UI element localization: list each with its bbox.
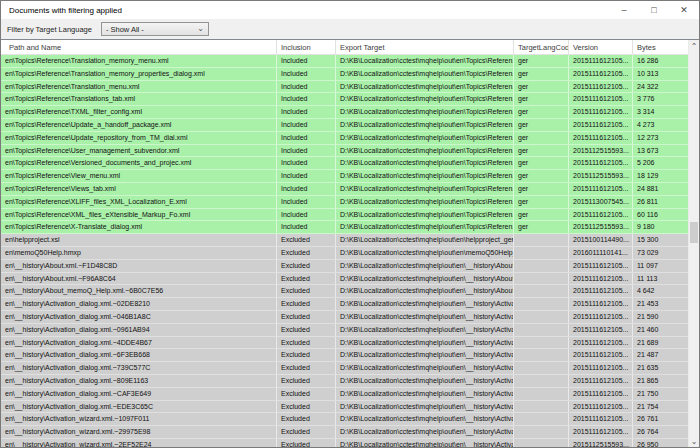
table-row[interactable]: en\__history\Activation_dialog.xml.~739C…: [1, 362, 688, 375]
cell-export-target: D:\KB\Localization\cctest\mqhelp\out\en\…: [336, 93, 514, 105]
cell-export-target: D:\KB\Localization\cctest\mqhelp\out\en\…: [336, 170, 514, 182]
table-row[interactable]: en\__history\Activation_dialog.xml.~046B…: [1, 311, 688, 324]
table-row[interactable]: en\memoQ50Help.hmxp Excluded D:\KB\Local…: [1, 247, 688, 260]
column-header-target-lang-codes[interactable]: TargetLangCodes: [514, 40, 569, 55]
cell-target-lang-codes: [514, 273, 569, 285]
table-row[interactable]: en\Topics\Reference\TXML_filter_config.x…: [1, 106, 688, 119]
cell-target-lang-codes: ger: [514, 55, 569, 67]
cell-export-target: D:\KB\Localization\cctest\mqhelp\out\en\…: [336, 183, 514, 195]
table-row[interactable]: en\Topics\Reference\View_menu.xml Includ…: [1, 170, 688, 183]
table-row[interactable]: en\Topics\Reference\User_management_subv…: [1, 145, 688, 158]
cell-version: 2015112515593...: [569, 439, 633, 447]
cell-target-lang-codes: [514, 324, 569, 336]
table-row[interactable]: en\Topics\Reference\Translation_memory_p…: [1, 68, 688, 81]
table-row[interactable]: en\__history\Activation_dialog.xml.~0961…: [1, 324, 688, 337]
cell-inclusion: Excluded: [277, 426, 336, 438]
cell-version: 2015111612105...: [569, 106, 633, 118]
cell-path-and-name: en\Topics\Reference\Translations_tab.xml: [1, 93, 277, 105]
table-row[interactable]: en\__history\Activation_dialog.xml.~6F3E…: [1, 349, 688, 362]
cell-inclusion: Excluded: [277, 324, 336, 336]
maximize-icon: □: [651, 5, 656, 15]
table-row[interactable]: en\__history\Activation_dialog.xml.~CAF3…: [1, 388, 688, 401]
scrollbar-thumb[interactable]: [690, 222, 698, 243]
table-row[interactable]: en\__history\Activation_dialog.xml.~02DE…: [1, 298, 688, 311]
maximize-button[interactable]: □: [639, 1, 669, 19]
table-row[interactable]: en\__history\About.xml.~F96A8C64 Exclude…: [1, 273, 688, 286]
table-row[interactable]: en\__history\Activation_dialog.xml.~809E…: [1, 375, 688, 388]
table-row[interactable]: en\Topics\Reference\Translations_tab.xml…: [1, 93, 688, 106]
cell-path-and-name: en\memoQ50Help.hmxp: [1, 247, 277, 259]
cell-path-and-name: en\Topics\Reference\Translation_memory_m…: [1, 55, 277, 67]
cell-target-lang-codes: ger: [514, 81, 569, 93]
cell-path-and-name: en\__history\About_memoQ_Help.xml.~6B0C7…: [1, 285, 277, 297]
cell-bytes: 18 129: [633, 170, 688, 182]
cell-inclusion: Included: [277, 183, 336, 195]
table-row[interactable]: en\Topics\Reference\Views_tab.xml Includ…: [1, 183, 688, 196]
column-header-version[interactable]: Version: [569, 40, 633, 55]
cell-export-target: D:\KB\Localization\cctest\mqhelp\out\en\…: [336, 260, 514, 272]
title-bar: Documents with filtering applied – □ ✕: [1, 1, 699, 19]
cell-version: 2015111612105...: [569, 298, 633, 310]
cell-path-and-name: en\__history\Activation_wizard.xml.~2997…: [1, 426, 277, 438]
cell-path-and-name: en\__history\Activation_dialog.xml.~046B…: [1, 311, 277, 323]
caption-buttons: – □ ✕: [609, 1, 699, 19]
cell-target-lang-codes: [514, 362, 569, 374]
minimize-button[interactable]: –: [609, 1, 639, 19]
vertical-scrollbar[interactable]: ⌃ ⌄: [688, 40, 699, 447]
table-row[interactable]: en\Topics\Reference\X-Translate_dialog.x…: [1, 221, 688, 234]
table-row[interactable]: en\__history\Activation_wizard.xml.~1097…: [1, 413, 688, 426]
scroll-up-icon: ⌃: [691, 42, 698, 51]
table-row[interactable]: en\__history\About.xml.~F1D48C8D Exclude…: [1, 260, 688, 273]
table-row[interactable]: en\Topics\Reference\Translation_menu.xml…: [1, 81, 688, 94]
cell-export-target: D:\KB\Localization\cctest\mqhelp\out\en\…: [336, 362, 514, 374]
cell-export-target: D:\KB\Localization\cctest\mqhelp\out\en\…: [336, 273, 514, 285]
table-row[interactable]: en\Topics\Reference\XLIFF_files_XML_Loca…: [1, 196, 688, 209]
cell-export-target: D:\KB\Localization\cctest\mqhelp\out\en\…: [336, 337, 514, 349]
cell-path-and-name: en\__history\Activation_dialog.xml.~02DE…: [1, 298, 277, 310]
column-header-path-and-name[interactable]: Path and Name: [1, 40, 277, 55]
close-button[interactable]: ✕: [669, 1, 699, 19]
table-row[interactable]: en\Topics\Reference\Versioned_documents_…: [1, 157, 688, 170]
table-row[interactable]: en\helpproject.xsl Excluded D:\KB\Locali…: [1, 234, 688, 247]
cell-version: 2015111612105...: [569, 426, 633, 438]
scroll-down-icon: ⌄: [691, 437, 698, 446]
cell-export-target: D:\KB\Localization\cctest\mqhelp\out\en\…: [336, 439, 514, 447]
cell-target-lang-codes: [514, 401, 569, 413]
filter-label: Filter by Target Language: [7, 25, 92, 34]
cell-inclusion: Excluded: [277, 401, 336, 413]
cell-version: 2015111612105...: [569, 93, 633, 105]
table-row[interactable]: en\__history\About_memoQ_Help.xml.~6B0C7…: [1, 285, 688, 298]
scrollbar-up-button[interactable]: ⌃: [689, 40, 699, 52]
table-row[interactable]: en\__history\Activation_wizard.xml.~2EF5…: [1, 439, 688, 447]
cell-bytes: 13 673: [633, 145, 688, 157]
cell-version: 2015111612105...: [569, 183, 633, 195]
table-row[interactable]: en\Topics\Reference\Translation_memory_m…: [1, 55, 688, 68]
cell-bytes: 24 322: [633, 81, 688, 93]
cell-export-target: D:\KB\Localization\cctest\mqhelp\out\en\…: [336, 209, 514, 221]
cell-inclusion: Included: [277, 170, 336, 182]
cell-export-target: D:\KB\Localization\cctest\mqhelp\out\en\…: [336, 132, 514, 144]
cell-export-target: D:\KB\Localization\cctest\mqhelp\out\en\…: [336, 55, 514, 67]
table-row[interactable]: en\Topics\Reference\Update_repository_fr…: [1, 132, 688, 145]
scrollbar-down-button[interactable]: ⌄: [689, 435, 699, 447]
column-header-bytes[interactable]: Bytes: [633, 40, 690, 55]
cell-inclusion: Excluded: [277, 311, 336, 323]
cell-target-lang-codes: ger: [514, 93, 569, 105]
column-header-export-target[interactable]: Export Target: [336, 40, 514, 55]
table-header: Path and Name Inclusion Export Target Ta…: [1, 40, 699, 55]
table-row[interactable]: en\Topics\Reference\Update_a_handoff_pac…: [1, 119, 688, 132]
column-header-inclusion[interactable]: Inclusion: [277, 40, 336, 55]
cell-path-and-name: en\__history\Activation_dialog.xml.~EDE3…: [1, 401, 277, 413]
table-row[interactable]: en\Topics\Reference\XML_files_eXtensible…: [1, 209, 688, 222]
language-filter-select[interactable]: - Show All - ⌄: [101, 22, 209, 36]
cell-export-target: D:\KB\Localization\cctest\mqhelp\out\en\…: [336, 401, 514, 413]
cell-version: 2015111612105...: [569, 273, 633, 285]
cell-bytes: 21 750: [633, 388, 688, 400]
table-row[interactable]: en\__history\Activation_wizard.xml.~2997…: [1, 426, 688, 439]
cell-export-target: D:\KB\Localization\cctest\mqhelp\out\en\…: [336, 196, 514, 208]
table-row[interactable]: en\__history\Activation_dialog.xml.~4DDE…: [1, 337, 688, 350]
cell-bytes: 21 865: [633, 375, 688, 387]
cell-version: 2015111612105...: [569, 81, 633, 93]
cell-version: 2015112515593...: [569, 170, 633, 182]
table-row[interactable]: en\__history\Activation_dialog.xml.~EDE3…: [1, 401, 688, 414]
